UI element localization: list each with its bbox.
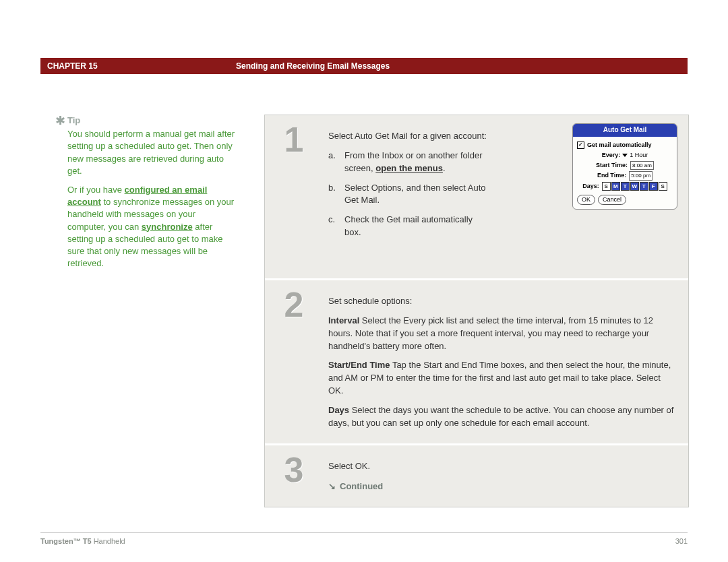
start-time-box[interactable]: 8:00 am [630,161,654,170]
header-bar: CHAPTER 15 Sending and Receiving Email M… [40,58,688,74]
step-lead: Set schedule options: [328,295,677,308]
days-selector[interactable]: S M T W T F S [602,182,667,191]
asterisk-icon: ✱ [55,113,65,129]
step-2: 2 Set schedule options: Interval Select … [265,280,688,445]
device-title: Auto Get Mail [573,124,677,137]
startend-text: Start/End Time Tap the Start and End Tim… [328,359,677,398]
days-text: Days Select the days you want the schedu… [328,404,677,430]
step-lead: Select Auto Get Mail for a given account… [328,130,490,143]
device-cancel-button[interactable]: Cancel [598,195,626,205]
page: CHAPTER 15 Sending and Receiving Email M… [0,0,728,562]
substep-b: Select Options, and then select Auto Get… [344,182,490,208]
header-title: Sending and Receiving Email Messages [236,61,390,71]
footer: Tungsten™ T5 Handheld 301 [40,532,688,545]
dropdown-icon[interactable] [622,154,628,157]
device-screenshot: Auto Get Mail ✓ Get mail automatically E… [572,123,677,210]
interval-text: Interval Select the Every pick list and … [328,315,677,353]
every-value[interactable]: 1 Hour [630,151,648,160]
link-synchronize[interactable]: synchronize [142,222,193,232]
end-time-box[interactable]: 5:00 pm [629,171,653,181]
steps-panel: 1 Select Auto Get Mail for a given accou… [264,115,689,507]
step-number: 3 [284,452,304,487]
tip-paragraph-2: Or if you have configured an email accou… [67,184,236,270]
step-number: 1 [284,122,304,157]
step-1: 1 Select Auto Get Mail for a given accou… [265,115,688,280]
footer-page-number: 301 [675,537,688,545]
step-3: 3 Select OK. Continued [265,445,688,507]
device-ok-button[interactable]: OK [577,195,595,205]
step-lead: Select OK. [328,460,677,473]
tip-paragraph-1: You should perform a manual get mail aft… [67,128,236,177]
checkbox-automatic[interactable]: ✓ [577,142,584,149]
substep-c: Check the Get mail automatically box. [344,214,490,239]
tip-label: Tip [67,115,236,127]
sidebar-tip: ✱ Tip You should perform a manual get ma… [67,115,236,270]
step-number: 2 [284,287,304,322]
continued-label: Continued [328,480,677,493]
automatic-label: Get mail automatically [587,141,652,150]
footer-product: Tungsten™ T5 Handheld [40,537,125,545]
link-open-menus[interactable]: open the menus [375,163,443,173]
chapter-label: CHAPTER 15 [47,61,236,71]
substep-a: From the Inbox or on another folder scre… [344,150,490,175]
